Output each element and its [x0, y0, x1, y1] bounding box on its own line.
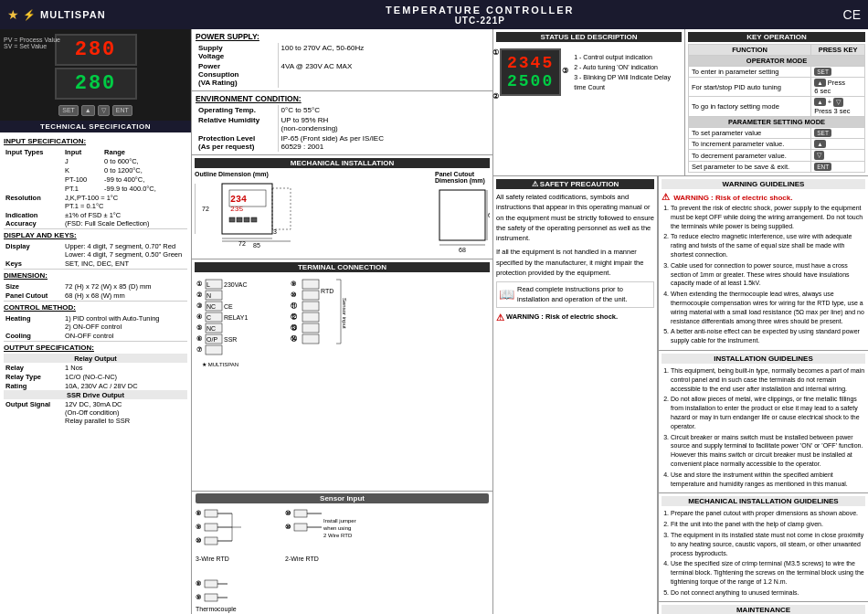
svg-text:③: ③: [196, 302, 203, 309]
outline-label: Outline Dimension (mm): [195, 171, 431, 177]
list-item: Circuit breaker or mains switch must be …: [671, 433, 865, 469]
sv-label: SV = Set Value: [4, 43, 60, 49]
svg-rect-8: [272, 188, 291, 229]
panel-cutout-label: Panel CutoutDimension (mm): [435, 171, 490, 184]
env-table: Operating Temp. 0°C to 55°C Relative Hum…: [196, 105, 489, 152]
svg-rect-86: [205, 580, 217, 588]
svg-text:234: 234: [230, 195, 247, 205]
warn-text: WARNING : Risk of electric shock.: [506, 312, 618, 322]
dec-button[interactable]: ▽: [98, 105, 110, 116]
table-row: To enter in parameter setting SET: [689, 67, 865, 78]
svg-text:★ MULTISPAN: ★ MULTISPAN: [202, 362, 238, 367]
resolution-label: Resolution: [4, 193, 63, 210]
far-right-column: WARNING GUIDELINES ⚠ WARNING : Risk of e…: [658, 176, 868, 614]
svg-text:⑥: ⑥: [196, 335, 203, 342]
inc-button[interactable]: ▲: [81, 105, 95, 116]
svg-text:when using: when using: [323, 525, 351, 531]
panel-cutout: Panel CutoutDimension (mm) 68 68: [435, 171, 490, 256]
thermocouple-diagram: ⑧ ⑨: [196, 577, 269, 609]
op-temp-val: 0°C to 55°C: [278, 105, 489, 115]
input-k: K: [63, 165, 102, 175]
indication-label: IndicationAccuracy: [4, 210, 63, 228]
list-item: Do not connect anything to unused termin…: [671, 588, 865, 598]
input-pt100: PT-100: [63, 175, 102, 184]
ent-button[interactable]: ENT: [112, 105, 132, 116]
relay-label: Relay: [4, 363, 63, 372]
svg-rect-76: [294, 510, 307, 517]
read-icon: 📖: [499, 285, 514, 304]
key-operation-table: FUNCTION PRESS KEY OPERATOR MODE To ente…: [688, 44, 865, 173]
list-item: Fit the unit into the panel with the hel…: [671, 520, 865, 529]
svg-text:②: ②: [196, 291, 203, 298]
safety-content: All safety related codifications, symbol…: [496, 192, 654, 324]
warn-icon: ⚠: [662, 192, 670, 202]
svg-text:L: L: [206, 281, 210, 288]
rtd-3wire-diagram: ⑧ ⑨ ⑩ 3-Wire RTD: [196, 506, 278, 575]
heating-label: Heating: [4, 313, 63, 331]
display-panel: PV = Process Value SV = Set Value 280 28…: [0, 29, 191, 121]
mech-install-list: Prepare the panel cutout with proper dim…: [662, 509, 865, 597]
svg-text:68: 68: [459, 247, 466, 253]
param-mode-label: PARAMETER SETTING MODE: [689, 117, 865, 128]
rating-val: 10A, 230V AC / 28V DC: [63, 381, 187, 390]
divider1: [4, 228, 187, 229]
display-val: Upper: 4 digit, 7 segment, 0.70" RedLowe…: [63, 241, 187, 259]
logo-area: ★ ⚡ MULTISPAN: [7, 7, 126, 22]
input-spec-table: Input Types Input Range J 0 to 600°C, K …: [4, 147, 187, 228]
operator-mode-label: OPERATOR MODE: [689, 56, 865, 67]
svg-text:⑦: ⑦: [196, 346, 203, 353]
func-4: To set parameter value: [689, 128, 811, 139]
range-pt100: -99 to 400°C,: [102, 175, 187, 184]
list-item: The equipment in its installed state mus…: [671, 531, 865, 557]
svg-rect-5: [237, 217, 242, 222]
svg-text:NC: NC: [206, 303, 216, 310]
svg-text:RELAY1: RELAY1: [224, 314, 248, 321]
func-3: To go in factory setting mode: [689, 97, 811, 117]
dimension-table: Size 72 (H) x 72 (W) x 85 (D) mm Panel C…: [4, 281, 187, 300]
key-op-header: KEY OPERATION: [688, 32, 865, 42]
environment-section: ENVIRONMENT CONDITION: Operating Temp. 0…: [192, 91, 492, 155]
supply-voltage-val: 100 to 270V AC, 50-60Hz: [278, 43, 489, 61]
led-display: 2345 2500 ① ③ ② 1 - Control output indic…: [496, 45, 682, 100]
range-header: Range: [102, 147, 187, 156]
safety-warn-icon: ⚠: [532, 180, 538, 188]
op-temp-label: Operating Temp.: [196, 105, 278, 115]
svg-text:O/P: O/P: [206, 336, 217, 343]
svg-text:⑩: ⑩: [285, 524, 291, 530]
mech-install-header: MECHANICAL INSTALLATION: [195, 158, 490, 168]
svg-rect-7: [251, 217, 257, 222]
svg-text:230VAC: 230VAC: [224, 281, 248, 288]
key-2: ▲ Press6 sec: [811, 78, 865, 97]
svg-text:Sensor input: Sensor input: [342, 298, 347, 329]
read-note-area: 📖 Read complete instructions prior to in…: [496, 281, 654, 308]
svg-text:⑤: ⑤: [196, 324, 203, 331]
status-led-section: STATUS LED DESCRIPTION 2345 2500 ① ③ ②: [493, 29, 685, 175]
sensor-input-header: Sensor Input: [196, 493, 489, 503]
svg-text:235: 235: [230, 205, 244, 213]
set-button[interactable]: SET: [58, 105, 79, 116]
led-bottom-num: 2500: [507, 72, 554, 90]
keys-label: Keys: [4, 259, 63, 268]
size-label: Size: [4, 281, 63, 291]
terminal-header: TERMINAL CONNECTION: [195, 262, 490, 272]
display-spec-table: Display Upper: 4 digit, 7 segment, 0.70"…: [4, 241, 187, 268]
protection-val: IP-65 (Front side) As per IS/IEC60529 : …: [278, 133, 489, 152]
svg-text:3: 3: [273, 228, 277, 235]
relay-val: 1 Nos: [63, 363, 187, 372]
svg-text:N: N: [206, 292, 211, 299]
display-keys-title: DISPLAY AND KEYS:: [4, 231, 187, 239]
divider3: [4, 301, 187, 302]
func-header: FUNCTION: [689, 45, 811, 56]
safety-header: ⚠ SAFETY PRECAUTION: [496, 179, 654, 189]
display-label: Display: [4, 241, 63, 259]
size-val: 72 (H) x 72 (W) x 85 (D) mm: [63, 281, 187, 291]
mech-install-guidelines-title: MECHANICAL INSTALLATION GUIDELINES: [662, 496, 865, 506]
svg-text:⑫: ⑫: [291, 312, 298, 320]
terminal-svg: ① L 230VAC ② N ③ NC CE ④ C: [195, 275, 359, 394]
mech-install-guidelines-section: MECHANICAL INSTALLATION GUIDELINES Prepa…: [659, 493, 868, 602]
svg-text:⑩: ⑩: [196, 537, 202, 544]
outline-diagram: 234 235 72: [195, 179, 313, 248]
input-types-label: Input Types: [4, 147, 63, 193]
warn-triangle-icon: ⚠: [496, 311, 504, 324]
power-consump-label: PowerConsuption(VA Rating): [196, 61, 278, 88]
